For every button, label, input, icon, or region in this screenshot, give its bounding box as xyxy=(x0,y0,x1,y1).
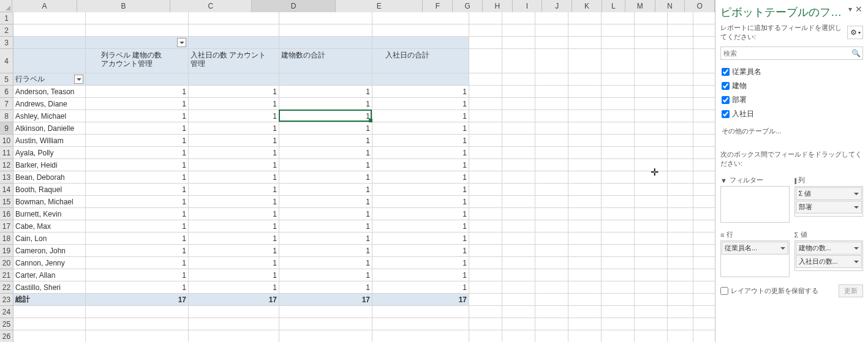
cell[interactable]: 入社日の数 アカウント管理 xyxy=(189,49,279,73)
cell[interactable] xyxy=(602,220,635,232)
cell[interactable] xyxy=(635,37,668,49)
cell[interactable] xyxy=(635,12,668,24)
cell[interactable] xyxy=(602,147,635,159)
cell[interactable] xyxy=(602,208,635,220)
cell[interactable]: 1 xyxy=(189,135,279,147)
cell[interactable]: 1 xyxy=(86,135,189,147)
cell[interactable] xyxy=(635,24,668,37)
cell[interactable] xyxy=(568,147,602,159)
cell[interactable] xyxy=(568,159,602,171)
cell[interactable] xyxy=(469,122,502,135)
cell[interactable] xyxy=(502,318,535,330)
cell[interactable]: 1 xyxy=(372,110,469,122)
cell[interactable] xyxy=(635,147,668,159)
col-header-F[interactable]: F xyxy=(423,0,453,12)
cell[interactable] xyxy=(469,135,502,147)
row-header-14[interactable]: 14 xyxy=(0,184,13,196)
cell[interactable]: 1 xyxy=(372,171,469,184)
col-header-M[interactable]: M xyxy=(625,0,655,12)
cell[interactable] xyxy=(668,306,693,318)
cell[interactable]: Barker, Heidi xyxy=(13,159,86,171)
cell[interactable] xyxy=(502,269,535,281)
cell[interactable] xyxy=(86,24,189,37)
cell[interactable] xyxy=(469,330,502,342)
cell[interactable] xyxy=(469,196,502,208)
cell[interactable]: 1 xyxy=(189,220,279,232)
cell[interactable] xyxy=(635,171,668,184)
cell[interactable] xyxy=(602,110,635,122)
cell[interactable] xyxy=(668,281,693,294)
cell[interactable] xyxy=(693,171,715,184)
cell[interactable]: Booth, Raquel xyxy=(13,184,86,196)
cell[interactable]: 1 xyxy=(372,122,469,135)
cell[interactable] xyxy=(693,73,715,86)
cell[interactable] xyxy=(535,257,568,269)
cell[interactable] xyxy=(693,98,715,110)
row-header-24[interactable]: 24 xyxy=(0,306,13,318)
row-header-2[interactable]: 2 xyxy=(0,24,13,37)
field-pill[interactable]: 部署 xyxy=(796,201,862,214)
cell[interactable] xyxy=(668,294,693,306)
cell[interactable] xyxy=(568,171,602,184)
cell[interactable]: 1 xyxy=(86,159,189,171)
cell[interactable] xyxy=(502,24,535,37)
cell[interactable] xyxy=(469,86,502,98)
cell[interactable] xyxy=(372,306,469,318)
cell[interactable] xyxy=(535,24,568,37)
cell[interactable]: 1 xyxy=(86,122,189,135)
cell[interactable] xyxy=(189,12,279,24)
cell[interactable]: 1 xyxy=(279,281,372,294)
col-header-K[interactable]: K xyxy=(572,0,602,12)
other-tables-link[interactable]: その他のテーブル... xyxy=(720,125,863,138)
cell[interactable] xyxy=(602,12,635,24)
cell[interactable] xyxy=(668,122,693,135)
cell[interactable]: 1 xyxy=(86,171,189,184)
cell[interactable] xyxy=(635,306,668,318)
col-header-N[interactable]: N xyxy=(655,0,685,12)
cell[interactable] xyxy=(568,110,602,122)
cell[interactable] xyxy=(535,245,568,257)
cell[interactable] xyxy=(693,196,715,208)
spreadsheet-area[interactable]: ABCDEFGHIJKLMNO 123456789101112131415161… xyxy=(0,0,715,342)
cell[interactable] xyxy=(668,245,693,257)
cell[interactable] xyxy=(535,318,568,330)
cell[interactable]: 1 xyxy=(372,245,469,257)
cell[interactable] xyxy=(693,306,715,318)
row-header-5[interactable]: 5 xyxy=(0,73,13,86)
cell[interactable] xyxy=(602,269,635,281)
cell[interactable] xyxy=(635,245,668,257)
cell[interactable]: 1 xyxy=(372,135,469,147)
cell[interactable]: 1 xyxy=(86,257,189,269)
cell[interactable]: 17 xyxy=(279,294,372,306)
cell[interactable] xyxy=(469,73,502,86)
cell[interactable]: Cain, Lon xyxy=(13,232,86,245)
cell[interactable]: 1 xyxy=(86,147,189,159)
cell[interactable]: 1 xyxy=(189,269,279,281)
col-header-A[interactable]: A xyxy=(12,0,77,12)
cell[interactable] xyxy=(568,220,602,232)
cell[interactable]: Austin, William xyxy=(13,135,86,147)
cell[interactable]: 1 xyxy=(189,86,279,98)
cell[interactable] xyxy=(189,24,279,37)
cell[interactable]: 1 xyxy=(189,196,279,208)
cell[interactable] xyxy=(668,208,693,220)
cell[interactable]: 1 xyxy=(189,184,279,196)
cell[interactable] xyxy=(502,98,535,110)
col-header-G[interactable]: G xyxy=(453,0,483,12)
cell[interactable]: 1 xyxy=(279,147,372,159)
cell[interactable] xyxy=(635,232,668,245)
cell[interactable] xyxy=(535,122,568,135)
cell[interactable] xyxy=(535,220,568,232)
cell[interactable] xyxy=(693,330,715,342)
cell[interactable] xyxy=(279,318,372,330)
field-search-input[interactable] xyxy=(720,46,863,60)
cell[interactable] xyxy=(635,86,668,98)
field-pill[interactable]: 従業員名... xyxy=(722,242,788,255)
cell[interactable] xyxy=(602,232,635,245)
cell[interactable]: 1 xyxy=(279,196,372,208)
cell[interactable] xyxy=(635,122,668,135)
cell[interactable]: Burnett, Kevin xyxy=(13,208,86,220)
cell[interactable]: 1 xyxy=(86,196,189,208)
cell[interactable]: 1 xyxy=(372,220,469,232)
columns-drop-zone[interactable]: Σ 値部署 xyxy=(794,186,864,217)
